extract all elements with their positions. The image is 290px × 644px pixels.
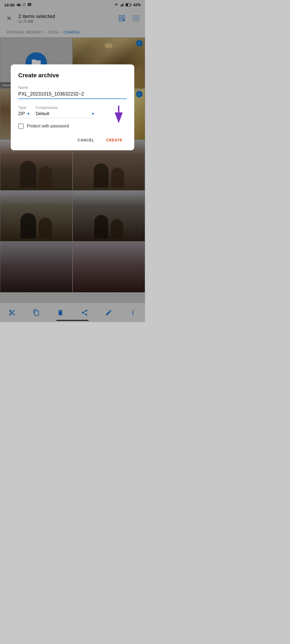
- cancel-button[interactable]: CANCEL: [73, 135, 99, 145]
- compression-value: Default: [36, 111, 49, 116]
- compression-label: Compression: [36, 105, 95, 110]
- type-dropdown[interactable]: ZIP ▼: [18, 111, 30, 118]
- dialog-title: Create archive: [18, 72, 127, 79]
- checkbox-label: Protect with password: [27, 124, 69, 129]
- create-button[interactable]: CREATE: [102, 135, 127, 145]
- type-field: Type ZIP ▼: [18, 105, 30, 118]
- dialog-overlay: Create archive Name Type ZIP ▼ Compressi…: [0, 0, 145, 322]
- dialog-actions: CANCEL CREATE: [18, 135, 127, 145]
- compression-arrow-icon: ▼: [91, 112, 95, 116]
- archive-name-input[interactable]: [18, 91, 127, 99]
- compression-dropdown[interactable]: Default ▼: [36, 111, 95, 118]
- compression-field: Compression Default ▼: [36, 105, 95, 118]
- type-value: ZIP: [18, 111, 25, 116]
- password-protection-row: Protect with password: [18, 123, 127, 129]
- name-label: Name: [18, 85, 127, 90]
- type-arrow-icon: ▼: [27, 112, 30, 116]
- password-checkbox[interactable]: [18, 123, 24, 129]
- type-label: Type: [18, 105, 30, 110]
- type-compression-row: Type ZIP ▼ Compression Default ▼: [18, 105, 127, 118]
- create-archive-dialog: Create archive Name Type ZIP ▼ Compressi…: [11, 64, 134, 150]
